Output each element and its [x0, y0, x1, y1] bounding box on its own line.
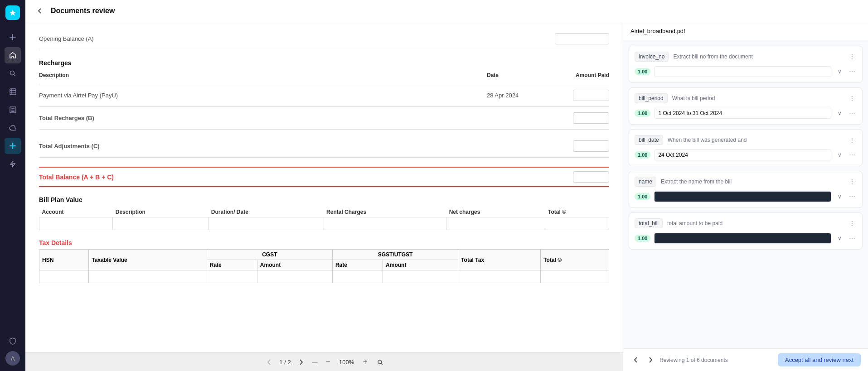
total-balance-top-divider [39, 167, 609, 168]
field-more-name[interactable]: ⋯ [848, 192, 857, 201]
field-key-invoice-no: invoice_no [635, 52, 669, 62]
field-menu-bill-period[interactable]: ⋮ [848, 94, 857, 103]
date-col-header: Date [487, 72, 550, 78]
pdf-zoom-out-button[interactable]: − [323, 357, 333, 367]
field-expand-invoice-no[interactable]: ∨ [835, 67, 844, 76]
app-logo[interactable] [5, 5, 20, 20]
field-key-bill-date: bill_date [635, 135, 663, 145]
review-status-text: Reviewing 1 of 6 documents [659, 357, 728, 363]
field-score-total-bill: 1.00 [635, 235, 650, 242]
review-prev-button[interactable] [630, 355, 641, 366]
pdf-next-button[interactable] [296, 357, 306, 367]
field-more-total-bill[interactable]: ⋯ [848, 234, 857, 243]
list-nav-icon[interactable] [5, 101, 21, 118]
document-panel: Opening Balance (A) Recharges Descriptio… [25, 22, 623, 352]
recharges-header-divider [39, 84, 609, 84]
field-value-input-name[interactable] [654, 191, 831, 202]
field-desc-name: Extract the name from the bill [661, 178, 848, 185]
recharges-section: Recharges Description Date Amount Paid P… [39, 59, 609, 130]
tax-totaltax-header: Total Tax [458, 250, 541, 270]
field-expand-bill-period[interactable]: ∨ [835, 109, 844, 118]
recharge-row-divider [39, 106, 609, 107]
table-nav-icon[interactable] [5, 83, 21, 100]
field-value-input-total-bill[interactable] [654, 233, 831, 244]
bill-plan-desc-header: Description [113, 207, 209, 217]
field-more-bill-period[interactable]: ⋯ [848, 109, 857, 118]
total-recharges-input[interactable] [573, 112, 609, 124]
cloud-nav-icon[interactable] [5, 120, 21, 136]
opening-balance-input[interactable] [555, 33, 609, 44]
bill-plan-netchg-header: Net charges [446, 207, 545, 217]
back-button[interactable] [34, 5, 45, 16]
tax-data-row [39, 270, 609, 283]
tax-cgst-amount-header: Amount [257, 260, 332, 270]
total-balance-section: Total Balance (A + B + C) [39, 167, 609, 187]
field-card-invoice-no-header: invoice_no Extract bill no from the docu… [635, 52, 857, 62]
field-score-invoice-no: 1.00 [635, 68, 650, 75]
bolt-nav-icon[interactable] [5, 156, 21, 172]
field-expand-bill-date[interactable]: ∨ [835, 150, 844, 159]
pdf-toolbar: 1 / 2 — − 100% + [25, 352, 623, 371]
field-more-invoice-no[interactable]: ⋯ [848, 67, 857, 76]
tax-total-header: Total © [541, 250, 609, 270]
pdf-current-page: 1 [279, 359, 282, 366]
tax-hsn-header: HSN [39, 250, 89, 270]
field-more-bill-date[interactable]: ⋯ [848, 150, 857, 159]
shield-nav-icon[interactable] [5, 333, 21, 349]
total-recharges-label: Total Recharges (B) [39, 115, 94, 121]
tax-sgst-amount-header: Amount [383, 260, 458, 270]
pdf-zoom-fit-button[interactable] [375, 357, 385, 367]
tax-hsn-cell [39, 270, 89, 283]
field-card-name-header: name Extract the name from the bill ⋮ [635, 177, 857, 187]
tax-details-section: Tax Details HSN Taxable Value CGST SGST/… [39, 239, 609, 283]
opening-balance-section: Opening Balance (A) [39, 31, 609, 50]
search-nav-icon[interactable] [5, 65, 21, 82]
bill-plan-total-header: Total © [545, 207, 609, 217]
plus-special-nav-icon[interactable] [5, 138, 21, 154]
bill-plan-table: Account Description Duration/ Date Renta… [39, 207, 609, 230]
svg-rect-1 [10, 89, 16, 95]
add-nav-icon[interactable] [5, 29, 21, 45]
field-card-bill-date-header: bill_date When the bill was generated an… [635, 135, 857, 145]
pdf-prev-button[interactable] [264, 357, 275, 367]
svg-point-9 [378, 360, 382, 364]
bill-plan-rental-cell [324, 217, 446, 230]
bill-plan-rental-header: Rental Charges [324, 207, 446, 217]
content-layout: Opening Balance (A) Recharges Descriptio… [25, 22, 868, 371]
user-avatar[interactable]: A [5, 351, 20, 366]
field-value-input-bill-date[interactable] [654, 149, 831, 160]
review-navigation: Reviewing 1 of 6 documents [630, 355, 728, 366]
opening-balance-row: Opening Balance (A) [39, 31, 609, 46]
field-score-bill-date: 1.00 [635, 151, 650, 159]
recharges-header: Description Date Amount Paid [39, 70, 609, 80]
recharge-amount-input[interactable] [573, 90, 609, 101]
recharge-data-row: Payment via Airtel Pay (PayU) 28 Apr 202… [39, 88, 609, 103]
total-balance-row: Total Balance (A + B + C) [39, 169, 609, 184]
tax-tbody [39, 270, 609, 283]
adjustments-label: Total Adjustments (C) [39, 143, 100, 149]
field-menu-bill-date[interactable]: ⋮ [848, 135, 857, 145]
pdf-total-pages: 2 [287, 359, 291, 366]
field-desc-invoice-no: Extract bill no from the document [673, 53, 848, 60]
opening-balance-divider [39, 50, 609, 50]
pdf-zoom-in-button[interactable]: + [360, 357, 370, 367]
home-nav-icon[interactable] [5, 47, 21, 63]
bill-plan-netchg-cell [446, 217, 545, 230]
field-card-name: name Extract the name from the bill ⋮ 1.… [629, 171, 863, 208]
adjustments-input[interactable] [573, 140, 609, 152]
tax-header-row-1: HSN Taxable Value CGST SGST/UTGST Total … [39, 250, 609, 260]
field-value-input-bill-period[interactable] [654, 108, 831, 119]
opening-balance-label: Opening Balance (A) [39, 35, 94, 42]
field-key-total-bill: total_bill [635, 218, 663, 228]
field-menu-invoice-no[interactable]: ⋮ [848, 52, 857, 61]
right-panel-footer: Reviewing 1 of 6 documents Accept all an… [623, 348, 868, 371]
accept-all-button[interactable]: Accept all and review next [778, 353, 861, 366]
field-expand-total-bill[interactable]: ∨ [835, 234, 844, 243]
field-value-input-invoice-no[interactable] [654, 66, 831, 77]
review-next-button[interactable] [645, 355, 656, 366]
field-menu-name[interactable]: ⋮ [848, 177, 857, 186]
field-expand-name[interactable]: ∨ [835, 192, 844, 201]
total-balance-input[interactable] [573, 171, 609, 183]
field-menu-total-bill[interactable]: ⋮ [848, 219, 857, 228]
svg-point-0 [10, 71, 14, 75]
